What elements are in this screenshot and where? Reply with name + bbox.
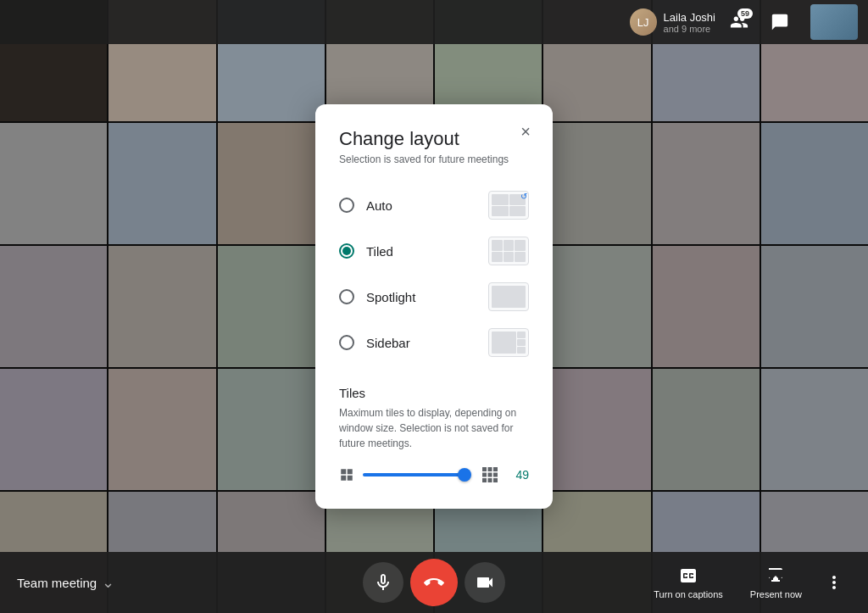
tiles-small-icon (339, 467, 354, 482)
preview-cell (492, 240, 503, 251)
layout-label-sidebar: Sidebar (366, 336, 410, 350)
layout-option-sidebar-left: Sidebar (339, 335, 410, 350)
preview-cell (492, 252, 503, 263)
layout-option-tiled-left: Tiled (339, 243, 393, 259)
tiles-large-icon (480, 465, 500, 485)
tiles-section: Tiles Maximum tiles to display, dependin… (339, 386, 529, 485)
preview-small-1 (517, 332, 526, 338)
modal-subtitle: Selection is saved for future meetings (339, 153, 529, 165)
layout-label-tiled: Tiled (366, 244, 393, 259)
preview-cell (515, 240, 526, 251)
layout-preview-tiled (488, 237, 529, 265)
preview-cell (492, 206, 509, 217)
preview-cell (504, 240, 515, 251)
preview-sidebar-layout (492, 332, 526, 354)
preview-cell (509, 206, 526, 217)
radio-tiled (339, 243, 354, 259)
radio-spotlight (339, 289, 354, 304)
preview-cell (515, 252, 526, 263)
layout-options: Auto ↺ Tiled (339, 182, 529, 365)
radio-auto (339, 198, 354, 213)
modal-close-button[interactable]: × (512, 118, 539, 145)
layout-preview-spotlight (488, 282, 529, 311)
tiles-slider-row: 49 (339, 465, 529, 485)
preview-spotlight-layout (492, 286, 526, 308)
layout-label-spotlight: Spotlight (366, 290, 415, 304)
layout-option-spotlight[interactable]: Spotlight (339, 274, 529, 320)
preview-cell (492, 194, 509, 205)
layout-option-tiled[interactable]: Tiled (339, 228, 529, 274)
layout-option-sidebar[interactable]: Sidebar (339, 320, 529, 365)
layout-option-auto[interactable]: Auto ↺ (339, 182, 529, 228)
preview-sidebar-main (492, 332, 516, 354)
modal-title: Change layout (339, 128, 529, 150)
preview-small-2 (517, 339, 526, 346)
layout-preview-sidebar (488, 328, 529, 357)
close-icon: × (520, 122, 531, 142)
modal-overlay: Change layout Selection is saved for fut… (0, 0, 868, 613)
layout-preview-auto: ↺ (488, 191, 529, 220)
change-layout-modal: Change layout Selection is saved for fut… (315, 104, 553, 509)
tiles-slider-container (363, 466, 471, 483)
tiles-section-title: Tiles (339, 386, 529, 400)
preview-tiled-grid (492, 240, 526, 262)
radio-tiled-inner (342, 247, 351, 255)
tiles-value: 49 (509, 468, 529, 482)
layout-label-auto: Auto (366, 198, 392, 213)
preview-sidebar-side (517, 332, 526, 354)
auto-refresh-icon: ↺ (520, 192, 527, 201)
preview-main (492, 286, 526, 308)
radio-sidebar (339, 335, 354, 350)
preview-cell (504, 252, 515, 263)
tiles-slider[interactable] (363, 473, 471, 476)
preview-small-3 (517, 347, 526, 354)
tiles-description: Maximum tiles to display, depending on w… (339, 405, 529, 451)
layout-option-auto-left: Auto (339, 198, 392, 213)
layout-option-spotlight-left: Spotlight (339, 289, 415, 304)
